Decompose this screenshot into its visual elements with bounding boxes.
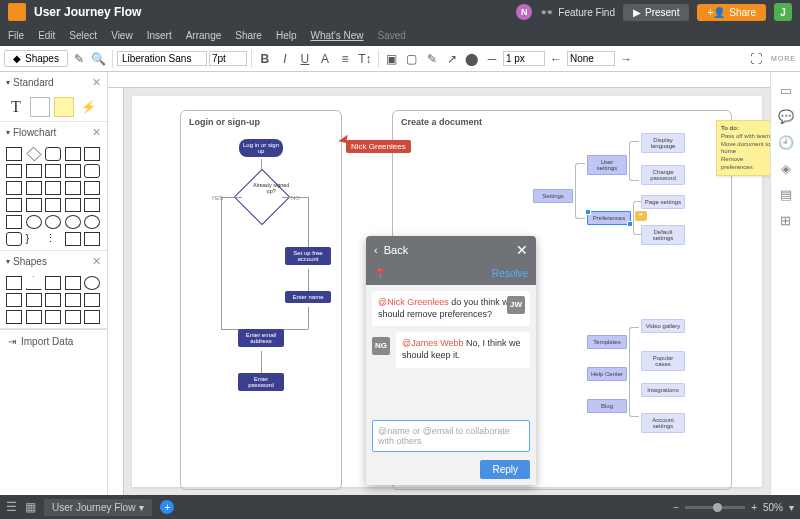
doc-title[interactable]: User Journey Flow [34, 5, 141, 19]
arrow-end-icon[interactable]: → [617, 50, 635, 68]
shape-item[interactable] [84, 310, 100, 324]
arrow-style-select[interactable] [567, 51, 615, 66]
node-change-pw[interactable]: Change password [641, 165, 685, 185]
search-icon[interactable]: 🔍 [90, 50, 108, 68]
menu-help[interactable]: Help [276, 30, 297, 41]
rect-tool[interactable] [30, 97, 50, 117]
shape-item[interactable] [84, 293, 100, 307]
close-icon[interactable]: ✕ [516, 242, 528, 258]
shape-item[interactable] [65, 232, 81, 246]
page-icon[interactable]: ▭ [778, 82, 794, 98]
shape-item[interactable] [84, 164, 100, 178]
page-tab[interactable]: User Journey Flow ▾ [44, 499, 152, 516]
shape-item[interactable] [26, 164, 42, 178]
node-user-settings[interactable]: User settings [587, 155, 627, 175]
shape-item[interactable] [65, 310, 81, 324]
shape-item[interactable] [6, 198, 22, 212]
shape-item[interactable] [45, 310, 61, 324]
bold-button[interactable]: B [256, 50, 274, 68]
underline-button[interactable]: U [296, 50, 314, 68]
shape-item[interactable] [6, 215, 22, 229]
shape-item[interactable] [45, 198, 61, 212]
grid-view-icon[interactable]: ▦ [25, 500, 36, 514]
font-select[interactable] [117, 51, 207, 66]
shape-style-icon[interactable]: ✎ [423, 50, 441, 68]
text-color-icon[interactable]: A [316, 50, 334, 68]
node-blog[interactable]: Blog [587, 399, 627, 413]
node-default-settings[interactable]: Default settings [641, 225, 685, 245]
reply-button[interactable]: Reply [480, 460, 530, 479]
fullscreen-icon[interactable]: ⛶ [747, 50, 765, 68]
pencil-icon[interactable]: ✎ [70, 50, 88, 68]
menu-file[interactable]: File [8, 30, 24, 41]
node-integrations[interactable]: Integrations [641, 383, 685, 397]
history-icon[interactable]: 🕘 [778, 134, 794, 150]
close-icon[interactable]: ✕ [92, 76, 101, 89]
shape-item[interactable] [26, 181, 42, 195]
text-tool[interactable]: T [6, 97, 26, 117]
user-avatar[interactable]: J [774, 3, 792, 21]
section-flowchart[interactable]: Flowchart [13, 127, 56, 138]
zoom-out-button[interactable]: − [673, 502, 679, 513]
node-help[interactable]: Help Center [587, 367, 627, 381]
shape-item[interactable] [65, 198, 81, 212]
add-page-button[interactable]: + [160, 500, 174, 514]
shape-item[interactable] [84, 232, 100, 246]
fill-icon[interactable]: ▣ [383, 50, 401, 68]
comment-message[interactable]: NG @James Webb No, I think we should kee… [396, 332, 530, 367]
node-account[interactable]: Account settings [641, 413, 685, 433]
node-login[interactable]: Log in or sign up [239, 139, 283, 157]
shape-item[interactable]: ⋮ [45, 232, 61, 246]
section-standard[interactable]: Standard [13, 77, 54, 88]
whats-new-link[interactable]: What's New [311, 30, 364, 41]
shape-item[interactable] [26, 215, 42, 229]
shape-item[interactable] [6, 164, 22, 178]
shape-item[interactable] [26, 147, 41, 162]
shape-item[interactable] [84, 276, 100, 290]
shape-item[interactable] [26, 276, 42, 290]
shape-item[interactable]: } [26, 232, 42, 246]
resolve-button[interactable]: Resolve [492, 268, 528, 279]
shape-item[interactable] [45, 293, 61, 307]
node-password[interactable]: Enter password [238, 373, 284, 391]
close-icon[interactable]: ✕ [92, 255, 101, 268]
node-preferences[interactable]: Preferences [587, 211, 631, 225]
node-popular[interactable]: Popular cases [641, 351, 685, 371]
shape-item[interactable] [26, 293, 42, 307]
nav-icon[interactable]: ⊞ [778, 212, 794, 228]
zoom-in-button[interactable]: + [751, 502, 757, 513]
menu-arrange[interactable]: Arrange [186, 30, 222, 41]
canvas-area[interactable]: Login or sign-up Log in or sign up Alrea… [108, 72, 770, 495]
border-color-icon[interactable]: ▢ [403, 50, 421, 68]
shape-item[interactable] [6, 181, 22, 195]
shape-item[interactable] [84, 181, 100, 195]
shape-item[interactable] [84, 215, 100, 229]
sticky-note[interactable]: To do: Pass off with team Move document … [716, 120, 770, 176]
shape-item[interactable] [45, 164, 61, 178]
comments-icon[interactable]: 💬 [778, 108, 794, 124]
shape-item[interactable] [65, 276, 81, 290]
container-login[interactable]: Login or sign-up Log in or sign up Alrea… [180, 110, 342, 490]
section-shapes[interactable]: Shapes [13, 256, 47, 267]
present-button[interactable]: ▶ Present [623, 4, 689, 21]
zoom-level[interactable]: 50% [763, 502, 783, 513]
shape-item[interactable] [45, 181, 61, 195]
font-size-select[interactable] [209, 51, 247, 66]
menu-edit[interactable]: Edit [38, 30, 55, 41]
arrow-start-icon[interactable]: ← [547, 50, 565, 68]
shape-item[interactable] [6, 293, 22, 307]
line-width-select[interactable] [503, 51, 545, 66]
back-icon[interactable]: ‹ [374, 244, 378, 256]
shape-item[interactable] [84, 147, 100, 161]
zoom-slider[interactable] [685, 506, 745, 509]
node-settings[interactable]: Settings [533, 189, 573, 203]
shapes-dropdown[interactable]: ◆ Shapes [4, 50, 68, 67]
more-label[interactable]: MORE [771, 55, 796, 62]
shape-item[interactable] [45, 276, 61, 290]
node-page-settings[interactable]: Page settings [641, 195, 685, 209]
shape-item[interactable] [6, 232, 22, 246]
sticky-tool[interactable] [54, 97, 74, 117]
node-name[interactable]: Enter name [285, 291, 331, 303]
shape-item[interactable] [65, 181, 81, 195]
layers-icon[interactable]: ◈ [778, 160, 794, 176]
